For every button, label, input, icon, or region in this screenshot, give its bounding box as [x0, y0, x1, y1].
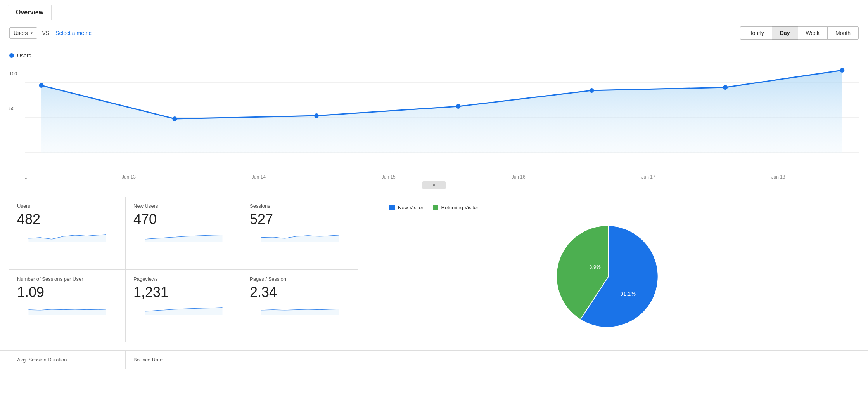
collapse-handle[interactable]: ▼	[422, 181, 446, 189]
y-label-50: 50	[9, 106, 14, 111]
y-label-100: 100	[9, 71, 17, 76]
chart-x-labels: ... Jun 13 Jun 14 Jun 15 Jun 16 Jun 17 J…	[9, 172, 859, 180]
stats-section: Users 482 New Users 470 Sessions 527	[0, 189, 868, 350]
select-metric-link[interactable]: Select a metric	[55, 30, 92, 36]
stats-grid: Users 482 New Users 470 Sessions 527	[9, 197, 358, 342]
data-point-3	[456, 104, 461, 109]
chart-collapse-btn: ▼	[9, 181, 859, 189]
bottom-stat-title-avg-session: Avg. Session Duration	[17, 357, 118, 363]
metric-select[interactable]: Users ▼	[9, 27, 37, 39]
chart-legend: Users	[9, 52, 859, 59]
overview-tab[interactable]: Overview	[8, 5, 52, 20]
pie-label-new-visitor: 91.1%	[620, 291, 636, 297]
legend-dot-users	[9, 53, 14, 58]
svg-marker-8	[261, 309, 339, 315]
stat-title-pageviews: Pageviews	[133, 276, 234, 282]
stat-title-new-users: New Users	[133, 203, 234, 209]
x-label-6: Jun 18	[713, 174, 843, 180]
sparkline-sessions-per-user	[17, 304, 118, 315]
time-btn-month[interactable]: Month	[827, 26, 859, 40]
chart-section: Users 100 50	[0, 46, 868, 189]
stat-value-new-users: 470	[133, 211, 234, 228]
caret-down-icon: ▼	[30, 31, 33, 35]
stat-card-sessions-per-user: Number of Sessions per User 1.09	[9, 270, 126, 343]
data-point-1	[172, 116, 177, 121]
svg-marker-6	[29, 309, 106, 315]
stat-value-sessions: 527	[250, 211, 351, 228]
pie-label-returning-visitor: 8.9%	[589, 264, 601, 270]
chart-container: 100 50	[9, 63, 859, 172]
pie-legend-box-green	[433, 205, 438, 210]
bottom-stat-bounce-rate: Bounce Rate	[126, 351, 242, 369]
metric-select-label: Users	[14, 30, 28, 36]
stat-title-sessions-per-user: Number of Sessions per User	[17, 276, 118, 282]
data-point-6	[840, 68, 844, 73]
stat-value-users: 482	[17, 211, 118, 228]
time-buttons: Hourly Day Week Month	[740, 26, 859, 40]
controls-row: Users ▼ VS. Select a metric Hourly Day W…	[0, 20, 868, 46]
sparkline-pageviews	[133, 304, 234, 315]
sparkline-users	[17, 231, 118, 242]
time-btn-day[interactable]: Day	[772, 26, 798, 40]
sparkline-new-users	[133, 231, 234, 242]
pie-legend-new-visitor: New Visitor	[389, 205, 424, 210]
pie-legend-returning-visitor: Returning Visitor	[433, 205, 479, 210]
data-point-2	[314, 113, 319, 118]
stat-title-users: Users	[17, 203, 118, 209]
svg-marker-5	[261, 235, 339, 242]
pie-chart-container: 91.1% 8.9%	[550, 218, 667, 335]
pie-legend-new-visitor-label: New Visitor	[398, 205, 424, 210]
controls-left: Users ▼ VS. Select a metric	[9, 27, 92, 39]
x-label-5: Jun 17	[583, 174, 713, 180]
stat-title-sessions: Sessions	[250, 203, 351, 209]
chart-svg	[25, 63, 859, 164]
vs-text: VS.	[42, 30, 51, 36]
header: Overview	[0, 0, 868, 20]
pie-legend-box-blue	[389, 205, 395, 210]
stat-card-sessions: Sessions 527	[242, 197, 358, 270]
bottom-stat-avg-session: Avg. Session Duration	[9, 351, 126, 369]
sparkline-pages-session	[250, 304, 351, 315]
x-label-1: Jun 13	[64, 174, 194, 180]
stat-title-pages-session: Pages / Session	[250, 276, 351, 282]
pie-legend-returning-visitor-label: Returning Visitor	[441, 205, 479, 210]
stat-card-new-users: New Users 470	[126, 197, 242, 270]
bottom-stat-title-bounce-rate: Bounce Rate	[133, 357, 234, 363]
x-label-0: ...	[25, 174, 64, 180]
stat-value-pageviews: 1,231	[133, 284, 234, 301]
stat-card-pageviews: Pageviews 1,231	[126, 270, 242, 343]
legend-label-users: Users	[17, 52, 31, 59]
pie-legend: New Visitor Returning Visitor	[389, 205, 478, 210]
stat-card-pages-session: Pages / Session 2.34	[242, 270, 358, 343]
pie-svg: 91.1% 8.9%	[550, 218, 667, 335]
data-point-4	[589, 88, 594, 93]
pie-section: New Visitor Returning Visitor	[358, 197, 859, 342]
time-btn-week[interactable]: Week	[798, 26, 828, 40]
bottom-stats: Avg. Session Duration Bounce Rate	[0, 350, 868, 369]
time-btn-hourly[interactable]: Hourly	[740, 26, 772, 40]
x-label-4: Jun 16	[453, 174, 583, 180]
page-wrapper: Overview Users ▼ VS. Select a metric Hou…	[0, 0, 868, 417]
stat-card-users: Users 482	[9, 197, 126, 270]
sparkline-sessions	[250, 231, 351, 242]
data-point-0	[39, 83, 44, 88]
stat-value-sessions-per-user: 1.09	[17, 284, 118, 301]
stat-value-pages-session: 2.34	[250, 284, 351, 301]
x-label-2: Jun 14	[194, 174, 323, 180]
data-point-5	[723, 85, 728, 90]
x-label-3: Jun 15	[323, 174, 453, 180]
svg-marker-4	[145, 235, 223, 242]
svg-marker-3	[29, 235, 106, 242]
